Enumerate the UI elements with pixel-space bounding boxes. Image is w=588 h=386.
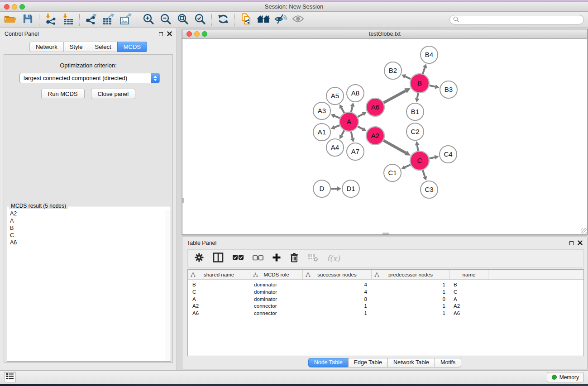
column-header-successor-nodes[interactable]: successor nodes <box>303 270 372 279</box>
new-network-from-selection-button[interactable] <box>238 13 255 27</box>
memory-button[interactable]: Memory <box>547 372 584 382</box>
float-table-panel-icon[interactable] <box>569 241 574 245</box>
run-mcds-button[interactable]: Run MCDS <box>41 89 85 99</box>
graph-edge-B-B2[interactable] <box>405 76 411 79</box>
graph-edge-C-C4[interactable] <box>429 157 435 159</box>
column-header-MCDS-role[interactable]: MCDS role <box>250 270 303 279</box>
save-session-button[interactable] <box>19 13 36 27</box>
zoom-selected-button[interactable] <box>191 13 209 27</box>
close-table-panel-icon[interactable] <box>578 239 583 247</box>
cell-name[interactable]: A2 <box>450 303 488 310</box>
cell-successor-nodes[interactable]: 4 <box>303 281 372 289</box>
tab-node-table[interactable]: Node Table <box>308 358 349 367</box>
optimization-criterion-select[interactable]: largest connected component (directed) <box>19 73 160 83</box>
close-window-button[interactable] <box>4 4 10 10</box>
tab-edge-table[interactable]: Edge Table <box>348 358 388 367</box>
zoom-in-button[interactable] <box>140 13 157 27</box>
zoom-window-button[interactable] <box>19 4 25 10</box>
cell-MCDS-role[interactable]: connector <box>250 303 303 310</box>
delete-rows-button[interactable] <box>290 253 299 264</box>
graph-edge-A-A8[interactable] <box>351 106 353 112</box>
float-panel-icon[interactable] <box>159 32 163 36</box>
table-row-c[interactable]: Cdominator41C <box>188 289 583 296</box>
cell-MCDS-role[interactable]: dominator <box>250 281 303 289</box>
export-network-button[interactable] <box>82 13 100 27</box>
tab-select[interactable]: Select <box>89 42 118 52</box>
tab-style[interactable]: Style <box>63 42 89 52</box>
tab-motifs[interactable]: Motifs <box>435 358 461 367</box>
graph-edge-B-B4[interactable] <box>423 67 425 74</box>
search-field[interactable] <box>449 15 584 24</box>
graph-edge-A-A1[interactable] <box>335 125 339 127</box>
graph-edge-A-A4[interactable] <box>341 130 344 135</box>
cell-shared-name[interactable]: B <box>188 281 250 289</box>
cell-shared-name[interactable]: A6 <box>188 310 250 317</box>
cell-predecessor-nodes[interactable]: 1 <box>372 281 450 289</box>
table-settings-button[interactable] <box>194 253 204 264</box>
vertical-scroll-handle[interactable] <box>182 198 184 203</box>
tab-network-table[interactable]: Network Table <box>387 358 435 367</box>
cell-MCDS-role[interactable]: dominator <box>250 289 303 296</box>
cell-shared-name[interactable]: A2 <box>188 303 250 310</box>
cell-predecessor-nodes[interactable]: 1 <box>372 303 450 310</box>
graph-edge-C-C3[interactable] <box>423 170 425 177</box>
table-row-a6[interactable]: A6connector11A6 <box>188 310 583 317</box>
network-canvas[interactable]: B4B2BB3A5A8A6B1A3AA1C2A2A4A7C4CC1C3DD1 <box>182 39 587 234</box>
search-input[interactable] <box>461 17 583 23</box>
graph-edge-A-A5[interactable] <box>341 108 344 113</box>
window-resize-grip[interactable] <box>581 228 587 234</box>
open-file-button[interactable] <box>2 13 19 27</box>
horizontal-scroll-handle[interactable] <box>382 233 389 234</box>
cell-name[interactable]: A <box>450 296 488 303</box>
graph-edge-A6-B[interactable] <box>383 91 406 103</box>
cell-MCDS-role[interactable]: connector <box>250 310 303 317</box>
cell-successor-nodes[interactable]: 1 <box>303 303 372 310</box>
cell-MCDS-role[interactable]: dominator <box>250 296 303 303</box>
graph-edge-A-A3[interactable] <box>335 116 340 118</box>
graph-edge-A-A6[interactable] <box>358 114 363 117</box>
graph-edge-A-A2[interactable] <box>358 126 363 129</box>
graph-edge-A2-C[interactable] <box>383 140 406 153</box>
import-network-button[interactable] <box>42 13 59 27</box>
tab-network[interactable]: Network <box>29 42 64 52</box>
show-columns-button[interactable] <box>213 253 224 264</box>
table-row-b[interactable]: Bdominator41B <box>188 281 583 289</box>
close-panel-icon[interactable] <box>167 30 172 38</box>
add-row-button[interactable] <box>272 253 281 264</box>
cell-successor-nodes[interactable]: 1 <box>303 310 372 317</box>
column-header-predecessor-nodes[interactable]: predecessor nodes <box>372 270 450 279</box>
result-item-a6[interactable]: A6 <box>8 239 164 246</box>
graph-edge-C-C1[interactable] <box>405 165 411 167</box>
column-header-name[interactable]: name <box>450 270 488 279</box>
task-history-button[interactable] <box>4 372 16 382</box>
zoom-fit-button[interactable] <box>174 13 191 27</box>
export-table-button[interactable] <box>100 13 117 27</box>
cell-predecessor-nodes[interactable]: 0 <box>372 296 450 303</box>
import-table-button[interactable] <box>59 13 76 27</box>
first-neighbors-button[interactable] <box>255 13 272 27</box>
export-image-button[interactable] <box>117 13 134 27</box>
cell-predecessor-nodes[interactable]: 1 <box>372 289 450 296</box>
cell-name[interactable]: C <box>450 289 488 296</box>
result-item-b[interactable]: B <box>8 224 164 232</box>
table-row-a[interactable]: Adominator80A <box>188 296 583 303</box>
close-panel-button[interactable]: Close panel <box>91 89 136 99</box>
cell-shared-name[interactable]: A <box>188 296 250 303</box>
table-row-a2[interactable]: A2connector11A2 <box>188 303 583 310</box>
tab-mcds[interactable]: MCDS <box>117 42 147 52</box>
graph-edge-B-B3[interactable] <box>429 86 435 87</box>
cell-name[interactable]: A6 <box>450 310 488 317</box>
column-header-shared-name[interactable]: shared name <box>188 270 250 279</box>
cell-successor-nodes[interactable]: 8 <box>303 296 372 303</box>
zoom-out-button[interactable] <box>157 13 174 27</box>
result-scrollbar[interactable] <box>165 210 171 361</box>
graph-edge-B-B1[interactable] <box>417 93 418 99</box>
cell-shared-name[interactable]: C <box>188 289 250 296</box>
minimize-window-button[interactable] <box>12 4 17 10</box>
hide-selected-button[interactable] <box>272 13 289 27</box>
cell-successor-nodes[interactable]: 4 <box>303 289 372 296</box>
graph-edge-A-A7[interactable] <box>351 132 353 138</box>
result-item-c[interactable]: C <box>8 232 164 239</box>
apply-layout-button[interactable] <box>215 13 232 27</box>
result-item-a[interactable]: A <box>8 217 164 224</box>
